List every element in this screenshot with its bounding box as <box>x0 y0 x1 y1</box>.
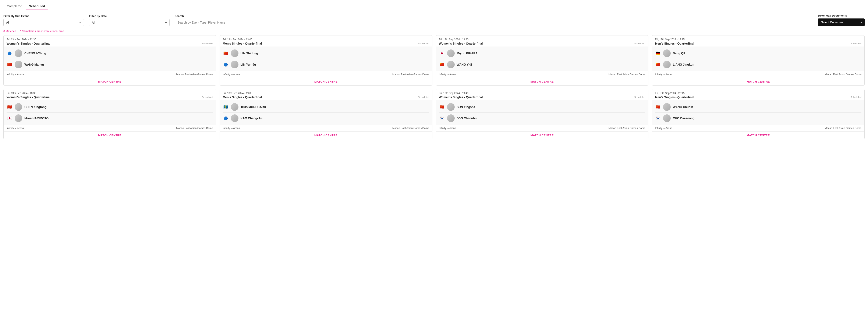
player-row: LIN Shidong <box>223 48 429 58</box>
player2-name: Miwa HARIMOTO <box>24 116 49 120</box>
match-centre-button[interactable]: MATCH CENTRE <box>529 80 555 84</box>
card-header: Fri, 13th Sep 2024 - 13:40 Women's Singl… <box>436 35 648 47</box>
match-card: Fri, 13th Sep 2024 - 18:30 Women's Singl… <box>3 89 216 139</box>
match-centre-button[interactable]: MATCH CENTRE <box>313 133 339 137</box>
match-date: Fri, 13th Sep 2024 - 13:40 <box>439 38 645 41</box>
match-card: Fri, 13th Sep 2024 - 14:15 Men's Singles… <box>652 35 865 86</box>
match-date: Fri, 13th Sep 2024 - 19:40 <box>439 92 645 95</box>
player2-name: WANG Yidi <box>457 63 472 66</box>
player1-name: CHEN Xingtong <box>24 105 46 109</box>
tab-scheduled[interactable]: Scheduled <box>26 2 49 10</box>
download-select[interactable]: Select Document <box>818 19 865 26</box>
venue2: Macao East Asian Games Dome <box>176 73 213 76</box>
filter-date: Filter By Date All <box>89 15 169 26</box>
player-row: Truls MOREGARD <box>223 102 429 112</box>
tabs-container: Completed Scheduled <box>0 0 868 10</box>
player2-avatar <box>447 61 455 68</box>
status-badge: Scheduled <box>418 96 429 99</box>
match-event: Men's Singles - Quarterfinal Scheduled <box>223 42 429 45</box>
player1-name: CHENG I-Ching <box>24 52 46 55</box>
player1-avatar <box>447 50 455 57</box>
match-event: Women's Singles - Quarterfinal Scheduled <box>439 42 645 45</box>
player1-flag <box>223 105 229 109</box>
player-row: KAO Cheng-Jui <box>223 113 429 123</box>
player1-avatar <box>14 50 22 57</box>
player2-flag <box>7 62 12 67</box>
card-footer: MATCH CENTRE <box>4 78 216 85</box>
card-footer: MATCH CENTRE <box>436 78 648 85</box>
card-footer: MATCH CENTRE <box>652 131 864 139</box>
match-card: Fri, 13th Sep 2024 - 13:05 Men's Singles… <box>220 35 432 86</box>
match-date: Fri, 13th Sep 2024 - 14:15 <box>655 38 861 41</box>
player1-name: WANG Chuqin <box>673 105 693 109</box>
player2-name: JOO Cheonhui <box>457 116 477 120</box>
card-footer: MATCH CENTRE <box>4 131 216 139</box>
match-card: Fri, 13th Sep 2024 - 12:30 Women's Singl… <box>3 35 216 86</box>
player-row: CHO Daeseong <box>655 113 861 123</box>
player-divider <box>439 59 645 59</box>
venue1: Infinity ∞ Arena <box>7 73 24 76</box>
player1-flag <box>7 51 12 55</box>
card-footer: MATCH CENTRE <box>652 78 864 85</box>
status-badge: Scheduled <box>418 42 429 45</box>
filter-sub-event-select[interactable]: All <box>3 19 84 26</box>
match-count-value: 8 Matches <box>3 29 16 33</box>
match-centre-button[interactable]: MATCH CENTRE <box>745 80 772 84</box>
match-centre-button[interactable]: MATCH CENTRE <box>529 133 555 137</box>
players-section: Dang QIU LIANG Jingkun <box>652 47 864 71</box>
player1-flag <box>223 51 229 55</box>
match-centre-button[interactable]: MATCH CENTRE <box>313 80 339 84</box>
player2-flag <box>7 116 12 120</box>
card-header: Fri, 13th Sep 2024 - 20:15 Men's Singles… <box>652 89 864 100</box>
player2-flag <box>439 62 445 67</box>
players-section: LIN Shidong LIN Yun-Ju <box>220 47 432 71</box>
player2-avatar <box>447 114 455 122</box>
status-badge: Scheduled <box>202 96 213 99</box>
venues: Infinity ∞ Arena Macao East Asian Games … <box>436 71 648 78</box>
match-count: 8 Matches | * All matches are in venue l… <box>0 28 868 35</box>
tab-completed[interactable]: Completed <box>3 2 26 10</box>
status-badge: Scheduled <box>634 42 645 45</box>
venue1: Infinity ∞ Arena <box>223 127 240 130</box>
match-centre-button[interactable]: MATCH CENTRE <box>96 80 123 84</box>
matches-grid: Fri, 13th Sep 2024 - 12:30 Women's Singl… <box>0 35 868 144</box>
player-divider <box>655 59 861 59</box>
player-row: CHENG I-Ching <box>7 48 213 58</box>
player-divider <box>7 112 213 113</box>
match-centre-button[interactable]: MATCH CENTRE <box>745 133 772 137</box>
search-input[interactable] <box>175 19 255 26</box>
venue2: Macao East Asian Games Dome <box>609 127 645 130</box>
players-section: WANG Chuqin CHO Daeseong <box>652 100 864 125</box>
card-header: Fri, 13th Sep 2024 - 19:40 Women's Singl… <box>436 89 648 100</box>
player1-flag <box>655 51 661 55</box>
filter-search: Search <box>175 15 255 26</box>
event-name: Women's Singles - Quarterfinal <box>7 95 51 99</box>
player1-avatar <box>447 103 455 111</box>
venue2: Macao East Asian Games Dome <box>392 73 429 76</box>
player1-name: Miyuu KIHARA <box>457 52 478 55</box>
player2-avatar <box>663 61 671 68</box>
player1-flag <box>439 105 445 109</box>
event-name: Men's Singles - Quarterfinal <box>223 95 262 99</box>
player-row: Miyuu KIHARA <box>439 48 645 58</box>
player-row: WANG Yidi <box>439 59 645 70</box>
player1-avatar <box>663 103 671 111</box>
filter-sub-event-label: Filter By Sub Event <box>3 15 84 18</box>
event-name: Women's Singles - Quarterfinal <box>439 42 483 45</box>
player-row: JOO Cheonhui <box>439 113 645 123</box>
match-date: Fri, 13th Sep 2024 - 18:30 <box>7 92 213 95</box>
player1-avatar <box>231 50 239 57</box>
status-badge: Scheduled <box>202 42 213 45</box>
match-card: Fri, 13th Sep 2024 - 13:40 Women's Singl… <box>436 35 649 86</box>
player2-name: CHO Daeseong <box>673 116 694 120</box>
player-divider <box>7 59 213 59</box>
match-centre-button[interactable]: MATCH CENTRE <box>96 133 123 137</box>
venue1: Infinity ∞ Arena <box>439 73 456 76</box>
players-section: CHEN Xingtong Miwa HARIMOTO <box>4 100 216 125</box>
filter-date-select[interactable]: All <box>89 19 169 26</box>
player1-name: Truls MOREGARD <box>241 105 266 109</box>
match-date: Fri, 13th Sep 2024 - 20:15 <box>655 92 861 95</box>
card-header: Fri, 13th Sep 2024 - 18:30 Women's Singl… <box>4 89 216 100</box>
venue2: Macao East Asian Games Dome <box>825 127 861 130</box>
card-footer: MATCH CENTRE <box>220 131 432 139</box>
